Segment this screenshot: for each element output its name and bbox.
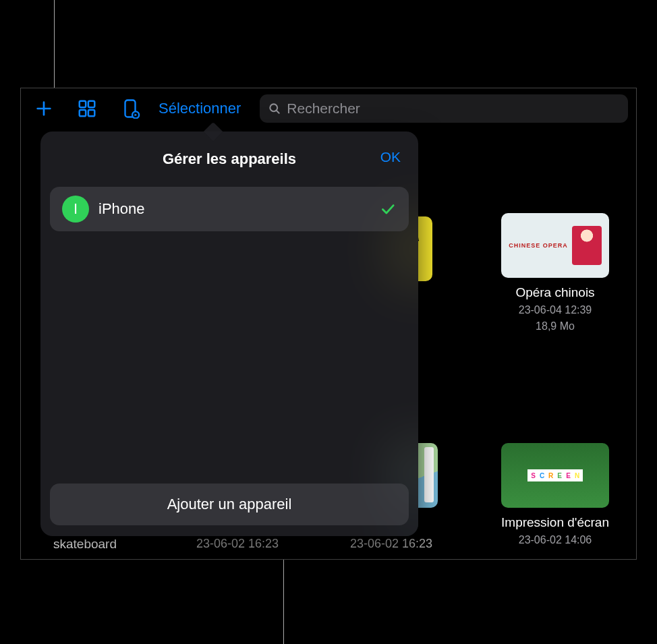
manage-devices-popover: Gérer les appareils OK I iPhone Ajouter … [40, 131, 418, 536]
manage-devices-button[interactable] [115, 94, 145, 123]
thumbnail-caption: CHINESE OPERA [509, 242, 568, 249]
device-name-label: iPhone [98, 200, 370, 218]
add-device-button[interactable]: Ajouter un appareil [50, 484, 409, 525]
popover-spacer [50, 231, 409, 484]
search-icon [268, 102, 281, 115]
presentation-date: 23-06-02 14:06 [488, 533, 623, 548]
popover-title: Gérer les appareils [50, 150, 409, 168]
plus-icon [34, 99, 53, 118]
device-row[interactable]: I iPhone [50, 187, 409, 231]
checkmark-icon [379, 200, 397, 218]
svg-rect-2 [80, 101, 86, 107]
presentation-title: skateboard [53, 537, 117, 552]
device-initial: I [74, 200, 78, 218]
search-input[interactable]: Rechercher [260, 94, 628, 123]
presentation-date: 23-06-04 12:39 [488, 303, 623, 318]
presentation-date: 23-06-02 16:23 [350, 537, 432, 551]
add-button[interactable] [29, 94, 59, 123]
presentation-thumbnail: CHINESE OPERA [501, 213, 609, 278]
list-item[interactable]: SCREEN Impression d'écran 23-06-02 14:06 [488, 443, 623, 548]
select-button[interactable]: Sélectionner [159, 100, 241, 117]
toolbar: Sélectionner Rechercher [21, 88, 636, 129]
grid-view-button[interactable] [72, 94, 102, 123]
svg-rect-5 [88, 110, 94, 116]
search-placeholder: Rechercher [287, 100, 360, 117]
svg-line-10 [277, 111, 279, 113]
presentation-title: Opéra chinois [488, 285, 623, 301]
done-button[interactable]: OK [380, 149, 401, 165]
presentation-size: 18,9 Mo [488, 319, 623, 334]
phone-play-icon [120, 98, 140, 119]
presentation-thumbnail: SCREEN [501, 443, 609, 508]
thumbnail-graphic [572, 226, 602, 265]
svg-rect-3 [88, 101, 94, 107]
device-status-indicator: I [62, 196, 89, 223]
presentation-date: 23-06-02 16:23 [196, 537, 279, 551]
add-device-label: Ajouter un appareil [167, 496, 292, 513]
presentation-title: Impression d'écran [488, 515, 623, 531]
popover-header: Gérer les appareils OK [50, 144, 409, 187]
grid-icon [77, 98, 97, 119]
list-item[interactable]: CHINESE OPERA Opéra chinois 23-06-04 12:… [488, 213, 623, 334]
svg-rect-4 [80, 110, 86, 116]
